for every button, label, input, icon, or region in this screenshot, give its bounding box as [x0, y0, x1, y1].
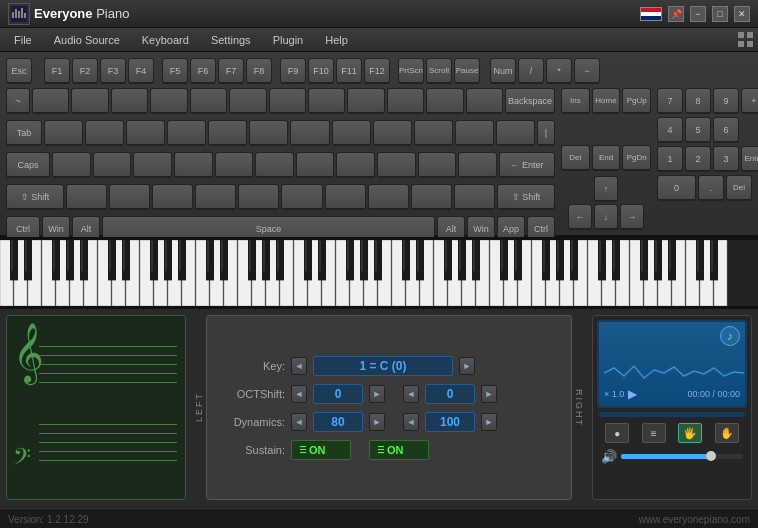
key-up[interactable]: ↑	[594, 176, 618, 202]
menu-settings[interactable]: Settings	[201, 32, 261, 48]
minimize-button[interactable]: −	[690, 6, 706, 22]
key-div[interactable]: /	[518, 58, 544, 84]
key-numdot[interactable]: .	[698, 175, 724, 201]
play-btn[interactable]: ▶	[628, 387, 637, 401]
key-num[interactable]: Num	[490, 58, 516, 84]
key-lbracket[interactable]	[455, 120, 494, 146]
key-m[interactable]	[325, 184, 366, 210]
piano-keyboard[interactable]: // We'll draw this with JS below	[0, 237, 758, 309]
key-f11[interactable]: F11	[336, 58, 362, 84]
key-lshift[interactable]: ⇧ Shift	[6, 184, 64, 210]
key-left-arrow[interactable]: ◄	[291, 357, 307, 375]
key-n[interactable]	[281, 184, 322, 210]
grid-icon[interactable]	[738, 32, 754, 48]
key-end[interactable]: End	[592, 145, 621, 171]
language-flag[interactable]	[640, 7, 662, 21]
dynamics-left-arrow[interactable]: ◄	[291, 413, 307, 431]
key-s[interactable]	[93, 152, 132, 178]
key-d[interactable]	[133, 152, 172, 178]
key-pgup[interactable]: PgUp	[622, 88, 651, 114]
key-enter[interactable]: ← Enter	[499, 152, 555, 178]
key-num0[interactable]: 0	[657, 175, 696, 201]
key-x[interactable]	[109, 184, 150, 210]
key-9[interactable]	[347, 88, 384, 114]
key-p[interactable]	[414, 120, 453, 146]
pin-button[interactable]: 📌	[668, 6, 684, 22]
key-numdel[interactable]: Del	[726, 175, 752, 201]
key-j[interactable]	[296, 152, 335, 178]
key-w[interactable]	[85, 120, 124, 146]
key-esc[interactable]: Esc	[6, 58, 32, 84]
volume-slider[interactable]	[621, 454, 743, 459]
key-1[interactable]	[32, 88, 69, 114]
menu-file[interactable]: File	[4, 32, 42, 48]
close-button[interactable]: ✕	[734, 6, 750, 22]
hand-left-button[interactable]: 🖐	[678, 423, 702, 443]
key-f[interactable]	[174, 152, 213, 178]
key-num6[interactable]: 6	[713, 117, 739, 143]
key-equals[interactable]	[466, 88, 503, 114]
key-num3[interactable]: 3	[713, 146, 739, 172]
octshift-left-arrow[interactable]: ◄	[291, 385, 307, 403]
key-num-minus[interactable]: −	[574, 58, 600, 84]
key-num8[interactable]: 8	[685, 88, 711, 114]
key-backspace[interactable]: Backspace	[505, 88, 555, 114]
menu-plugin[interactable]: Plugin	[263, 32, 314, 48]
key-pgdn[interactable]: PgDn	[622, 145, 651, 171]
key-num1[interactable]: 1	[657, 146, 683, 172]
volume-icon[interactable]: 🔊	[601, 449, 617, 464]
key-num2[interactable]: 2	[685, 146, 711, 172]
key-semi[interactable]	[418, 152, 457, 178]
key-k[interactable]	[336, 152, 375, 178]
key-num7[interactable]: 7	[657, 88, 683, 114]
key-down[interactable]: ↓	[594, 204, 618, 230]
key-del[interactable]: Del	[561, 145, 590, 171]
key-u[interactable]	[290, 120, 329, 146]
key-2[interactable]	[71, 88, 108, 114]
list-button[interactable]: ≡	[642, 423, 666, 443]
key-numplus[interactable]: +	[741, 88, 758, 114]
key-num4[interactable]: 4	[657, 117, 683, 143]
key-caps[interactable]: Caps	[6, 152, 50, 178]
key-i[interactable]	[332, 120, 371, 146]
octshift-left-rarrow[interactable]: ►	[369, 385, 385, 403]
octshift-right-rarrow[interactable]: ►	[481, 385, 497, 403]
key-b[interactable]	[238, 184, 279, 210]
key-left[interactable]: ←	[568, 204, 592, 230]
key-f3[interactable]: F3	[100, 58, 126, 84]
record-button[interactable]: ●	[605, 423, 629, 443]
menu-audio-source[interactable]: Audio Source	[44, 32, 130, 48]
key-mul[interactable]: *	[546, 58, 572, 84]
key-z[interactable]	[66, 184, 107, 210]
key-g[interactable]	[215, 152, 254, 178]
key-f6[interactable]: F6	[190, 58, 216, 84]
sustain-left-button[interactable]: ON	[291, 440, 351, 460]
key-0[interactable]	[387, 88, 424, 114]
key-t[interactable]	[208, 120, 247, 146]
sustain-right-button[interactable]: ON	[369, 440, 429, 460]
key-dot[interactable]	[411, 184, 452, 210]
key-num5[interactable]: 5	[685, 117, 711, 143]
hand-right-button[interactable]: ✋	[715, 423, 739, 443]
key-a[interactable]	[52, 152, 91, 178]
key-v[interactable]	[195, 184, 236, 210]
key-f9[interactable]: F9	[280, 58, 306, 84]
key-f5[interactable]: F5	[162, 58, 188, 84]
menu-keyboard[interactable]: Keyboard	[132, 32, 199, 48]
key-home[interactable]: Home	[592, 88, 621, 114]
volume-thumb[interactable]	[706, 451, 716, 461]
key-e[interactable]	[126, 120, 165, 146]
music-note-icon[interactable]: ♪	[720, 326, 740, 346]
key-comma[interactable]	[368, 184, 409, 210]
key-rbracket[interactable]	[496, 120, 535, 146]
key-f8[interactable]: F8	[246, 58, 272, 84]
key-scroll[interactable]: Scroll	[426, 58, 452, 84]
key-right[interactable]: →	[620, 204, 644, 230]
key-tilde[interactable]: ~	[6, 88, 30, 114]
octshift-right-larrow[interactable]: ◄	[403, 385, 419, 403]
key-rshift[interactable]: ⇧ Shift	[497, 184, 555, 210]
key-h[interactable]	[255, 152, 294, 178]
key-num9[interactable]: 9	[713, 88, 739, 114]
dynamics-right-larrow[interactable]: ◄	[403, 413, 419, 431]
key-7[interactable]	[269, 88, 306, 114]
